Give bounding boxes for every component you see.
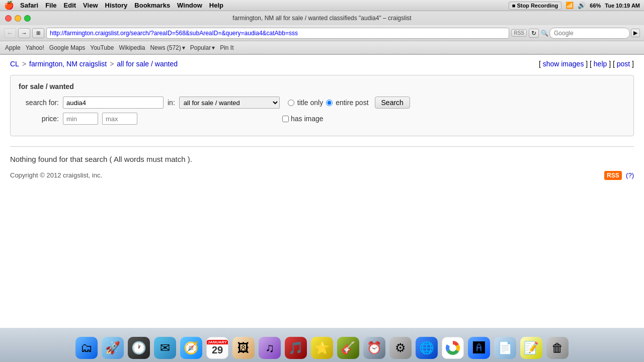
dock-itunes2[interactable]: 🎵 bbox=[284, 336, 308, 360]
form-title: for sale / wanted bbox=[19, 82, 625, 90]
back-button[interactable]: ← bbox=[4, 28, 16, 38]
show-images-link[interactable]: show images bbox=[543, 60, 584, 68]
close-button[interactable] bbox=[5, 15, 12, 22]
dock-notes[interactable]: 📝 bbox=[519, 336, 543, 360]
dock-clock[interactable]: 🕐 bbox=[127, 336, 151, 360]
dock-launchpad[interactable]: 🚀 bbox=[101, 336, 125, 360]
bookmark-yahoo[interactable]: Yahoo! bbox=[26, 44, 44, 51]
launchpad-icon: 🚀 bbox=[102, 337, 124, 359]
breadcrumb: CL > farmington, NM craigslist > all for… bbox=[10, 60, 634, 68]
itunes-icon: ♫ bbox=[259, 337, 281, 359]
search-field[interactable] bbox=[63, 97, 164, 109]
entire-post-radio[interactable] bbox=[326, 100, 333, 106]
dock-reeder[interactable]: ⭐ bbox=[310, 336, 334, 360]
trash-icon: 🗑 bbox=[546, 337, 569, 359]
dock-chrome[interactable] bbox=[441, 336, 465, 360]
price-row: price: has image bbox=[19, 113, 625, 125]
chrome-icon bbox=[442, 337, 464, 359]
menu-window[interactable]: Window bbox=[177, 2, 202, 9]
apps-icon: 🎵 bbox=[285, 337, 307, 359]
menu-history[interactable]: History bbox=[105, 2, 128, 9]
entire-post-label: entire post bbox=[336, 99, 368, 107]
results-divider bbox=[10, 146, 634, 147]
dock-safari[interactable]: 🧭 bbox=[179, 336, 203, 360]
grid-button[interactable]: ⊞ bbox=[32, 28, 44, 38]
maximize-button[interactable] bbox=[24, 15, 31, 22]
appstore-icon: 🅰 bbox=[468, 337, 490, 359]
search-go-button[interactable]: ▶ bbox=[631, 29, 640, 37]
page-content: CL > farmington, NM craigslist > all for… bbox=[0, 55, 644, 328]
bookmark-apple[interactable]: Apple bbox=[5, 44, 21, 51]
dock-appstore[interactable]: 🅰 bbox=[467, 336, 491, 360]
no-results-text: Nothing found for that search ( All word… bbox=[10, 155, 634, 163]
minimize-button[interactable] bbox=[15, 15, 21, 22]
breadcrumb-location[interactable]: farmington, NM craigslist bbox=[29, 60, 107, 68]
menu-file[interactable]: File bbox=[45, 2, 56, 9]
dock-network[interactable]: 🌐 bbox=[415, 336, 439, 360]
breadcrumb-sep2: > bbox=[110, 60, 114, 68]
bookmark-pinit[interactable]: Pin It bbox=[220, 44, 233, 51]
search-button[interactable]: Search bbox=[375, 97, 410, 109]
has-image-checkbox[interactable] bbox=[282, 116, 289, 122]
category-select[interactable]: all for sale / wanted bbox=[179, 97, 280, 109]
menu-edit[interactable]: Edit bbox=[64, 2, 76, 9]
price-min-input[interactable] bbox=[63, 113, 98, 125]
search-bar-container: 🔍 ▶ bbox=[541, 28, 640, 39]
bookmark-googlemaps[interactable]: Google Maps bbox=[49, 44, 85, 51]
price-label: price: bbox=[19, 115, 59, 123]
bookmark-news[interactable]: News (572)▾ bbox=[150, 44, 185, 51]
rss-help-link[interactable]: (?) bbox=[626, 171, 634, 179]
bookmark-popular[interactable]: Popular▾ bbox=[190, 44, 215, 51]
finder-icon: 🗂 bbox=[75, 337, 98, 359]
titlebar: farmington, NM all for sale / wanted cla… bbox=[0, 11, 644, 25]
dock-iphoto[interactable]: 🖼 bbox=[231, 336, 256, 360]
dock-pages[interactable]: 📄 bbox=[493, 336, 517, 360]
title-only-radio[interactable] bbox=[288, 100, 294, 106]
menu-view[interactable]: View bbox=[83, 2, 98, 9]
menu-bookmarks[interactable]: Bookmarks bbox=[134, 2, 170, 9]
notes-icon: 📝 bbox=[520, 337, 542, 359]
refresh-button[interactable]: ↻ bbox=[529, 29, 539, 38]
pages-icon: 📄 bbox=[494, 337, 516, 359]
clock-icon: 🕐 bbox=[128, 337, 150, 359]
dock-mail[interactable]: ✉ bbox=[153, 336, 177, 360]
breadcrumb-cl[interactable]: CL bbox=[10, 60, 19, 68]
breadcrumb-sep1: > bbox=[22, 60, 26, 68]
menu-help[interactable]: Help bbox=[209, 2, 223, 9]
bookmark-wikipedia[interactable]: Wikipedia bbox=[119, 44, 145, 51]
window-title: farmington, NM all for sale / wanted cla… bbox=[232, 15, 411, 22]
browser-chrome: farmington, NM all for sale / wanted cla… bbox=[0, 11, 644, 55]
menu-safari[interactable]: Safari bbox=[20, 2, 38, 9]
address-input[interactable] bbox=[46, 28, 509, 39]
svg-point-1 bbox=[449, 344, 456, 351]
help-link[interactable]: help bbox=[594, 60, 607, 68]
rss-button[interactable]: RSS bbox=[511, 29, 527, 37]
dock-timemachine[interactable]: ⏰ bbox=[362, 336, 386, 360]
rss-badge[interactable]: RSS bbox=[604, 171, 622, 180]
wifi-icon: 📶 bbox=[566, 2, 574, 9]
iphoto-icon: 🖼 bbox=[232, 337, 255, 359]
dock-finder[interactable]: 🗂 bbox=[74, 336, 99, 360]
search-input[interactable] bbox=[549, 28, 630, 39]
dock-trash[interactable]: 🗑 bbox=[545, 336, 570, 360]
apple-menu[interactable]: 🍎 bbox=[4, 1, 14, 10]
rss-area: RSS (?) bbox=[604, 170, 634, 179]
dock-calendar[interactable]: JANUARY 29 bbox=[205, 336, 229, 360]
dock-garage[interactable]: 🎸 bbox=[336, 336, 360, 360]
clock: Tue 10:19 AM bbox=[605, 3, 640, 9]
breadcrumb-section[interactable]: all for sale / wanted bbox=[117, 60, 178, 68]
forward-button[interactable]: → bbox=[18, 28, 30, 38]
post-link[interactable]: post bbox=[617, 60, 630, 68]
dock-syspref[interactable]: ⚙ bbox=[388, 336, 413, 360]
price-max-input[interactable] bbox=[102, 113, 137, 125]
search-form: for sale / wanted search for: in: all fo… bbox=[10, 75, 634, 136]
dock-itunes[interactable]: ♫ bbox=[258, 336, 282, 360]
title-only-label: title only bbox=[297, 99, 323, 107]
recording-indicator[interactable]: ■ Stop Recording bbox=[509, 2, 562, 10]
browser-toolbar: ← → ⊞ RSS ↻ 🔍 ▶ bbox=[0, 25, 644, 41]
copyright-text: Copyright © 2012 craigslist, inc. bbox=[10, 171, 102, 179]
breadcrumb-actions: [ show images ] [ help ] [ post ] bbox=[539, 60, 634, 68]
search-icon: 🔍 bbox=[541, 30, 548, 37]
bookmark-youtube[interactable]: YouTube bbox=[90, 44, 114, 51]
footer-row: Copyright © 2012 craigslist, inc. RSS (?… bbox=[10, 170, 634, 179]
